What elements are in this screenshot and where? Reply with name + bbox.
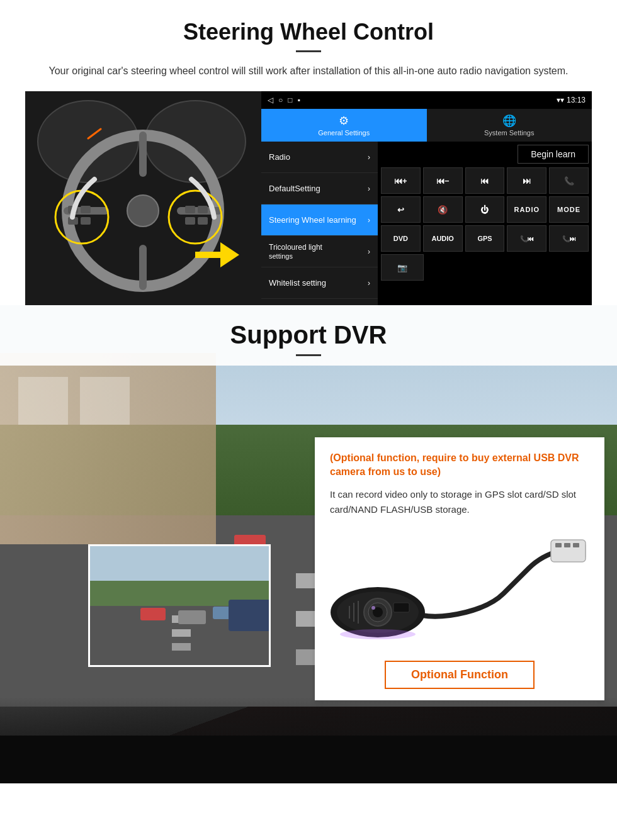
svg-rect-16 — [198, 206, 208, 213]
dvr-title: Support DVR — [0, 321, 617, 349]
svg-rect-18 — [198, 217, 208, 225]
svg-rect-29 — [178, 610, 206, 624]
menu-item-default-label: DefaultSetting — [269, 184, 320, 193]
menu-item-defaultsetting[interactable]: DefaultSetting › — [261, 173, 378, 204]
dvr-camera-svg — [327, 530, 592, 650]
steering-wheel-svg — [25, 91, 261, 305]
tab-system-settings[interactable]: 🌐 System Settings — [427, 109, 592, 142]
ctrl-btn-audio[interactable]: AUDIO — [423, 225, 463, 252]
ctrl-row-4: 📷 — [381, 254, 589, 281]
svg-rect-17 — [185, 217, 195, 225]
menu-arrow-steering: › — [368, 216, 370, 225]
ctrl-btn-camera[interactable]: 📷 — [381, 254, 424, 281]
menu-item-whitelist-label: Whitelist setting — [269, 278, 326, 288]
dashboard-bar — [0, 736, 617, 783]
svg-rect-15 — [185, 206, 195, 213]
dvr-thumbnail-svg — [90, 546, 271, 667]
optional-function-button[interactable]: Optional Function — [385, 661, 535, 689]
tab-general-label: General Settings — [318, 129, 370, 137]
statusbar-nav: ◁ ○ □ ▪ — [268, 96, 300, 104]
tab-general-settings[interactable]: ⚙ General Settings — [261, 109, 427, 142]
svg-point-47 — [340, 629, 416, 639]
ctrl-row-1: ⏮+ ⏮− ⏮ ⏭ 📞 — [381, 167, 589, 194]
page-title: Steering Wheel Control — [25, 19, 592, 45]
menu-arrow-default: › — [368, 184, 370, 193]
ctrl-btn-vol-down[interactable]: ⏮− — [423, 167, 463, 194]
svg-rect-14 — [81, 217, 91, 225]
steering-photo — [25, 91, 261, 305]
ctrl-btn-phone[interactable]: 📞 — [549, 167, 589, 194]
svg-rect-20 — [195, 252, 222, 258]
dvr-thumbnail — [88, 544, 271, 667]
menu-item-steering-label: Steering Wheel learning — [269, 215, 356, 225]
ctrl-btn-dvd[interactable]: DVD — [381, 225, 421, 252]
svg-point-42 — [371, 606, 375, 610]
window-1 — [18, 377, 67, 425]
ctrl-btn-phone-prev[interactable]: 📞⏮ — [507, 225, 546, 252]
dvr-description: It can record video only to storage in G… — [330, 487, 589, 517]
menu-item-whitelist[interactable]: Whitelist setting › — [261, 267, 378, 299]
tab-system-label: System Settings — [484, 129, 534, 137]
nav-menu-icon[interactable]: ▪ — [298, 96, 300, 104]
menu-arrow-radio: › — [368, 153, 370, 162]
ctrl-row-3: DVD AUDIO GPS 📞⏮ 📞⏭ — [381, 225, 589, 252]
svg-rect-12 — [81, 206, 91, 213]
ctrl-btn-gps[interactable]: GPS — [465, 225, 505, 252]
ctrl-btn-vol-up[interactable]: ⏮+ — [381, 167, 421, 194]
android-menu-area: Radio › DefaultSetting › Steering Wheel … — [261, 142, 592, 305]
svg-rect-27 — [172, 643, 191, 651]
title-divider — [296, 50, 321, 52]
status-time: 13:13 — [567, 96, 586, 104]
settings-gear-icon: ⚙ — [339, 114, 349, 128]
svg-rect-26 — [172, 629, 191, 637]
svg-rect-22 — [90, 546, 271, 581]
steering-section: Steering Wheel Control Your original car… — [0, 0, 617, 305]
svg-point-8 — [127, 195, 159, 227]
statusbar-info: ▾▾ 13:13 — [557, 96, 586, 104]
dvr-info-card: (Optional function, require to buy exter… — [315, 437, 604, 700]
section-subtitle: Your original car's steering wheel contr… — [25, 64, 592, 79]
ctrl-btn-next[interactable]: ⏭ — [507, 167, 546, 194]
menu-item-steering-learning[interactable]: Steering Wheel learning › — [261, 204, 378, 236]
menu-control-content: Begin learn ⏮+ ⏮− ⏮ ⏭ 📞 ↩ 🔇 ⏻ — [378, 142, 592, 305]
dvr-title-area: Support DVR — [0, 305, 617, 366]
ctrl-btn-radio[interactable]: RADIO — [507, 196, 546, 223]
begin-learn-button[interactable]: Begin learn — [518, 145, 589, 164]
nav-home-icon[interactable]: ○ — [278, 96, 283, 104]
steering-content-area: ◁ ○ □ ▪ ▾▾ 13:13 ⚙ General Settings 🌐 — [25, 91, 592, 305]
svg-rect-31 — [229, 600, 271, 631]
svg-rect-50 — [564, 543, 570, 547]
window-2 — [80, 377, 129, 425]
android-panel: ◁ ○ □ ▪ ▾▾ 13:13 ⚙ General Settings 🌐 — [261, 91, 592, 305]
dvr-camera-image-area — [315, 527, 604, 653]
ctrl-btn-prev[interactable]: ⏮ — [465, 167, 505, 194]
android-statusbar: ◁ ○ □ ▪ ▾▾ 13:13 — [261, 91, 592, 109]
menu-item-radio-label: Radio — [269, 152, 290, 162]
nav-back-icon[interactable]: ◁ — [268, 96, 273, 104]
menu-item-radio[interactable]: Radio › — [261, 142, 378, 173]
dvr-thumbnail-inner — [90, 546, 269, 665]
ctrl-btn-phone-next[interactable]: 📞⏭ — [549, 225, 589, 252]
menu-arrow-tricoloured: › — [368, 247, 370, 256]
svg-rect-51 — [573, 543, 579, 547]
android-tabs: ⚙ General Settings 🌐 System Settings — [261, 109, 592, 142]
menu-list: Radio › DefaultSetting › Steering Wheel … — [261, 142, 378, 305]
ctrl-btn-back[interactable]: ↩ — [381, 196, 421, 223]
system-icon: 🌐 — [502, 114, 516, 128]
menu-item-tricoloured[interactable]: Tricoloured lightsettings › — [261, 236, 378, 267]
dvr-card-content: (Optional function, require to buy exter… — [315, 437, 604, 517]
ctrl-btn-mute[interactable]: 🔇 — [423, 196, 463, 223]
nav-recent-icon[interactable]: □ — [288, 96, 292, 104]
optional-function-area: Optional Function — [315, 653, 604, 700]
begin-learn-row: Begin learn — [381, 145, 589, 164]
dvr-optional-notice: (Optional function, require to buy exter… — [330, 451, 589, 479]
dvr-section: Support DVR — [0, 305, 617, 783]
ctrl-btn-mode[interactable]: MODE — [549, 196, 589, 223]
ctrl-btn-power[interactable]: ⏻ — [465, 196, 505, 223]
menu-arrow-whitelist: › — [368, 279, 370, 288]
svg-rect-28 — [140, 608, 166, 620]
ctrl-row-2: ↩ 🔇 ⏻ RADIO MODE — [381, 196, 589, 223]
menu-item-tricoloured-label: Tricoloured lightsettings — [269, 243, 322, 260]
signal-icon: ▾▾ — [557, 96, 564, 104]
svg-rect-46 — [393, 603, 409, 612]
